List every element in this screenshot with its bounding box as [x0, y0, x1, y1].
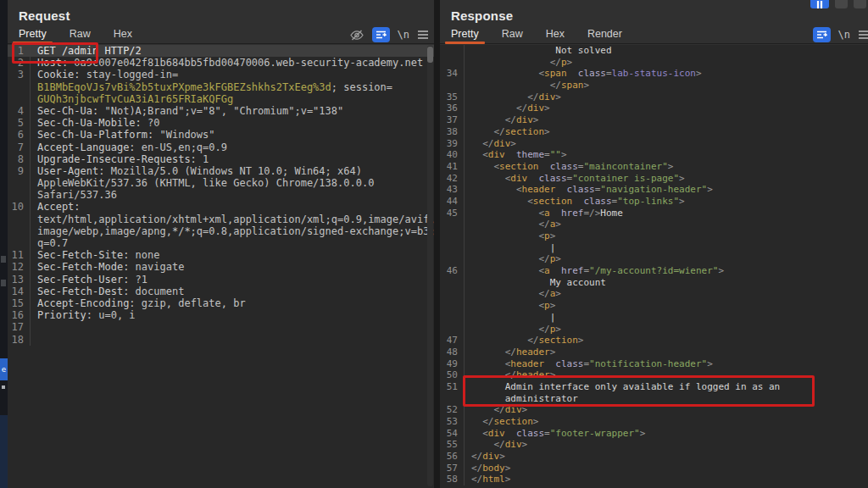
request-toolbar-icons: \n	[349, 25, 429, 44]
response-line: 53</section>	[440, 416, 868, 428]
request-scrollbar[interactable]	[427, 46, 433, 486]
request-line: 4Sec-Ch-Ua: "Not)A;Brand";v="8", "Chromi…	[8, 105, 434, 117]
background-selected-item-fragment: e	[0, 358, 8, 380]
request-line: GUQh3njbcwfTvCuA3iA1r65FRIaKQFGg	[8, 93, 434, 105]
request-line: 5Sec-Ch-Ua-Mobile: ?0	[8, 117, 434, 129]
request-panel-title: Request	[8, 0, 434, 25]
request-line: text/html,application/xhtml+xml,applicat…	[8, 214, 434, 225]
response-panel-title: Response	[440, 0, 868, 25]
response-line: 37</div>	[440, 114, 868, 126]
background-fragment	[1, 280, 6, 286]
request-editor[interactable]: 1GET /admin HTTP/22Host: 0a9c007e042f81b…	[8, 45, 434, 488]
panel-divider[interactable]	[434, 0, 440, 488]
response-line: 57</body>	[440, 463, 868, 474]
tab-raw[interactable]: Raw	[70, 25, 91, 44]
request-line: q=0.7	[8, 237, 434, 249]
response-line: <p>	[440, 230, 868, 242]
tab-render[interactable]: Render	[587, 25, 622, 44]
show-newlines-icon[interactable]: \n	[398, 29, 409, 41]
response-line: <p>	[440, 300, 868, 312]
response-line: 44<section class="top-links">	[440, 196, 868, 208]
request-line: 9User-Agent: Mozilla/5.0 (Windows NT 10.…	[8, 165, 434, 177]
response-line: 46<a href="/my-account?id=wiener">	[440, 265, 868, 277]
response-line: 43<header class="navigation-header">	[440, 184, 868, 196]
background-fragment	[1, 256, 6, 263]
response-line: </p>	[440, 253, 868, 265]
request-line: 11Sec-Fetch-Site: none	[8, 249, 434, 261]
response-line: 45<a href=/>Home	[440, 208, 868, 219]
response-panel: Response PrettyRawHexRender \n Not solve…	[440, 0, 868, 488]
request-line: 13Sec-Fetch-User: ?1	[8, 274, 434, 286]
request-line: 3Cookie: stay-logged-in=	[8, 69, 434, 80]
request-line: B1BMbEqoVJs7vBi%2b5tuxPXpme3kFGBEZshkhs2…	[8, 81, 434, 93]
response-line: 38</section>	[440, 126, 868, 138]
request-line: 7Accept-Language: en-US,en;q=0.9	[8, 141, 434, 153]
response-line: Not solved	[440, 45, 868, 57]
response-line: 34<span class=lab-status-icon>	[440, 68, 868, 80]
response-editor[interactable]: Not solved</p>34<span class=lab-status-i…	[440, 45, 868, 488]
syntax-highlight-icon[interactable]	[372, 27, 390, 42]
request-line: 6Sec-Ch-Ua-Platform: "Windows"	[8, 129, 434, 141]
request-line: Safari/537.36	[8, 189, 434, 201]
response-line: 49<header class="notification-header">	[440, 358, 868, 370]
background-fragment	[0, 415, 8, 488]
response-line: 40<div theme="">	[440, 149, 868, 161]
response-line: </p>	[440, 324, 868, 336]
response-line: |	[440, 242, 868, 254]
request-line: 17	[8, 321, 434, 333]
annotation-box-admin-message	[463, 375, 815, 407]
hide-nonprinting-icon[interactable]	[349, 29, 364, 42]
tab-hex[interactable]: Hex	[114, 25, 132, 44]
response-line: 55</div>	[440, 439, 868, 451]
request-line: 18	[8, 334, 434, 346]
tab-hex[interactable]: Hex	[546, 25, 565, 44]
background-window-edge: e	[0, 0, 8, 488]
response-line: 36</div>	[440, 103, 868, 114]
request-scrollbar-thumb[interactable]	[427, 47, 433, 63]
syntax-highlight-icon[interactable]	[813, 27, 831, 42]
tab-raw[interactable]: Raw	[502, 25, 523, 44]
response-line: 54<div class="footer-wrapper">	[440, 428, 868, 440]
editor-menu-icon[interactable]	[417, 30, 429, 40]
request-line: 8Upgrade-Insecure-Requests: 1	[8, 153, 434, 165]
request-line: 15Accept-Encoding: gzip, deflate, br	[8, 297, 434, 309]
request-panel: Request PrettyRawHex \n	[8, 0, 434, 488]
response-line: 42<div class="container is-page">	[440, 173, 868, 185]
response-tabbar: PrettyRawHexRender \n	[440, 25, 868, 44]
response-line: 58</html>	[440, 474, 868, 485]
response-line: 41<section class="maincontainer">	[440, 161, 868, 173]
response-line: 35</div>	[440, 92, 868, 103]
editor-menu-icon[interactable]	[858, 30, 868, 40]
request-line: image/webp,image/apng,*/*;q=0.8,applicat…	[8, 225, 434, 237]
request-line: 12Sec-Fetch-Mode: navigate	[8, 261, 434, 273]
tab-pretty[interactable]: Pretty	[19, 25, 47, 44]
response-toolbar-icons: \n	[813, 25, 863, 44]
request-line: 10Accept:	[8, 201, 434, 213]
response-line: |	[440, 312, 868, 324]
request-tabbar: PrettyRawHex \n	[8, 25, 434, 44]
response-line: </a>	[440, 219, 868, 230]
show-newlines-icon[interactable]: \n	[838, 29, 850, 41]
request-line: 14Sec-Fetch-Dest: document	[8, 286, 434, 297]
request-line: AppleWebKit/537.36 (KHTML, like Gecko) C…	[8, 177, 434, 189]
tab-pretty[interactable]: Pretty	[451, 25, 479, 44]
response-line: </a>	[440, 288, 868, 300]
response-line: My account	[440, 277, 868, 289]
background-fragment	[2, 385, 5, 389]
response-line: 47</section>	[440, 335, 868, 347]
request-line: 16Priority: u=0, i	[8, 309, 434, 321]
response-line: </span>	[440, 80, 868, 92]
annotation-box-get-admin	[12, 42, 98, 64]
response-line: 48</header>	[440, 347, 868, 358]
response-line: 56</div>	[440, 451, 868, 463]
response-line: 39</div>	[440, 138, 868, 150]
response-line: </p>	[440, 57, 868, 69]
